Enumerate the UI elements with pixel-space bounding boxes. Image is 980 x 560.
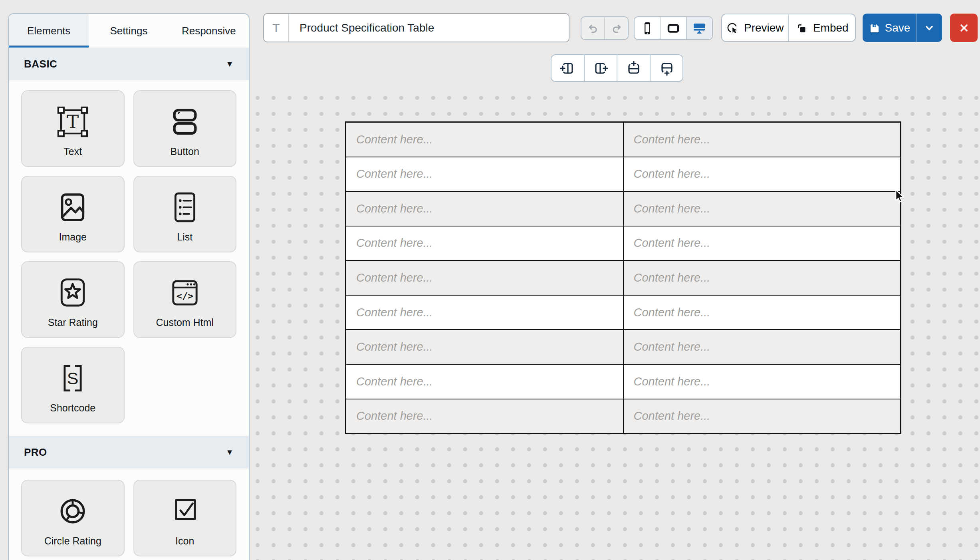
element-card-label: Icon (175, 535, 194, 547)
table-cell[interactable]: Content here... (346, 226, 623, 260)
table-cell[interactable]: Content here... (346, 123, 623, 157)
section-header-pro[interactable]: PRO ▼ (9, 436, 249, 469)
table-row: Content here...Content here... (346, 123, 900, 157)
insert-row-below-button[interactable] (650, 55, 683, 81)
image-icon (53, 186, 93, 229)
save-split-button: Save (863, 14, 942, 42)
element-card-button[interactable]: Button (133, 90, 237, 167)
device-desktop-button[interactable] (686, 17, 712, 39)
element-card-image[interactable]: Image (21, 176, 125, 252)
cell-placeholder: Content here... (634, 409, 710, 423)
cell-placeholder: Content here... (356, 375, 433, 388)
element-card-list[interactable]: List (133, 176, 237, 252)
cell-placeholder: Content here... (634, 167, 710, 181)
cell-placeholder: Content here... (634, 340, 710, 353)
embed-icon (796, 22, 807, 34)
table-cell[interactable]: Content here... (623, 365, 901, 399)
table-cell[interactable]: Content here... (623, 261, 901, 295)
undo-icon (587, 22, 599, 34)
table-cell[interactable]: Content here... (623, 330, 901, 364)
table-cell[interactable]: Content here... (346, 365, 623, 399)
table-cell[interactable]: Content here... (346, 192, 623, 226)
table-row: Content here...Content here... (346, 226, 900, 260)
tab-responsive[interactable]: Responsive (169, 14, 249, 48)
cell-placeholder: Content here... (634, 202, 710, 215)
table-row: Content here...Content here... (346, 295, 900, 330)
table-row: Content here...Content here... (346, 191, 900, 226)
element-grid-pro: Circle Rating Icon (9, 469, 249, 560)
table-row: Content here...Content here... (346, 399, 900, 433)
element-card-label: Button (171, 146, 199, 157)
table-structure-toolbar (551, 54, 683, 82)
chevron-down-icon (924, 22, 935, 34)
insert-column-left-icon (559, 60, 575, 76)
table-cell[interactable]: Content here... (623, 123, 901, 157)
table-cell[interactable]: Content here... (623, 296, 901, 330)
sidebar-tabs: Elements Settings Responsive (9, 14, 249, 48)
cell-placeholder: Content here... (634, 375, 710, 388)
tab-settings[interactable]: Settings (89, 14, 169, 48)
table-cell[interactable]: Content here... (623, 399, 901, 433)
preview-label: Preview (744, 22, 784, 34)
table-cell[interactable]: Content here... (346, 296, 623, 330)
element-card-text[interactable]: TText (21, 90, 125, 167)
element-card-custom-html[interactable]: </>Custom Html (133, 261, 237, 338)
element-card-label: Circle Rating (44, 535, 101, 547)
table-row: Content here...Content here... (346, 260, 900, 295)
code-icon: </> (165, 271, 205, 314)
preview-embed-group: Preview Embed (721, 14, 856, 42)
table-title-input[interactable] (289, 14, 569, 42)
device-preview-group (634, 16, 713, 40)
element-grid-basic: TText Button Image List Star Rating </>C… (9, 80, 249, 436)
cell-placeholder: Content here... (356, 133, 433, 146)
element-card-star-rating[interactable]: Star Rating (21, 261, 125, 338)
cell-placeholder: Content here... (356, 409, 433, 423)
table-canvas: Content here...Content here...Content he… (345, 121, 901, 434)
cell-placeholder: Content here... (634, 236, 710, 250)
collapse-caret-icon[interactable]: ▼ (226, 60, 234, 69)
tab-elements[interactable]: Elements (9, 14, 89, 48)
undo-button[interactable] (581, 17, 604, 39)
star-icon (53, 271, 93, 314)
insert-column-right-button[interactable] (584, 55, 617, 81)
table-cell[interactable]: Content here... (346, 261, 623, 295)
close-editor-button[interactable] (950, 14, 978, 42)
element-card-label: Custom Html (156, 317, 214, 328)
embed-button[interactable]: Embed (788, 14, 855, 41)
table-cell[interactable]: Content here... (623, 157, 901, 191)
element-card-label: List (177, 231, 192, 243)
element-card-shortcode[interactable]: SShortcode (21, 347, 125, 423)
cell-placeholder: Content here... (356, 306, 433, 319)
cell-placeholder: Content here... (356, 236, 433, 250)
preview-cursor-icon (726, 22, 738, 34)
cell-placeholder: Content here... (356, 340, 433, 353)
table-cell[interactable]: Content here... (346, 399, 623, 433)
cell-placeholder: Content here... (356, 202, 433, 215)
section-header-basic[interactable]: BASIC ▼ (9, 48, 249, 80)
table-cell[interactable]: Content here... (623, 226, 901, 260)
device-mobile-button[interactable] (635, 17, 660, 39)
element-card-label: Text (63, 146, 82, 157)
save-dropdown-button[interactable] (916, 14, 942, 42)
element-card-circle-rating[interactable]: Circle Rating (21, 480, 125, 556)
table-cell[interactable]: Content here... (346, 157, 623, 191)
element-card-icon[interactable]: Icon (133, 480, 237, 556)
shortcode-icon: S (53, 357, 93, 400)
insert-row-above-icon (625, 60, 641, 76)
insert-column-right-icon (593, 60, 609, 76)
table-cell[interactable]: Content here... (623, 192, 901, 226)
save-button[interactable]: Save (863, 14, 916, 42)
cell-placeholder: Content here... (634, 306, 710, 319)
list-icon (165, 186, 205, 229)
table-row: Content here...Content here... (346, 329, 900, 364)
device-tablet-button[interactable] (660, 17, 686, 39)
insert-column-left-button[interactable] (551, 55, 584, 81)
table-cell[interactable]: Content here... (346, 330, 623, 364)
svg-text:T: T (67, 111, 79, 132)
table-title-field: T (263, 13, 569, 42)
insert-row-above-button[interactable] (617, 55, 650, 81)
preview-button[interactable]: Preview (722, 14, 788, 41)
redo-button[interactable] (604, 17, 628, 39)
table-row: Content here...Content here... (346, 157, 900, 191)
collapse-caret-icon[interactable]: ▼ (226, 448, 234, 457)
